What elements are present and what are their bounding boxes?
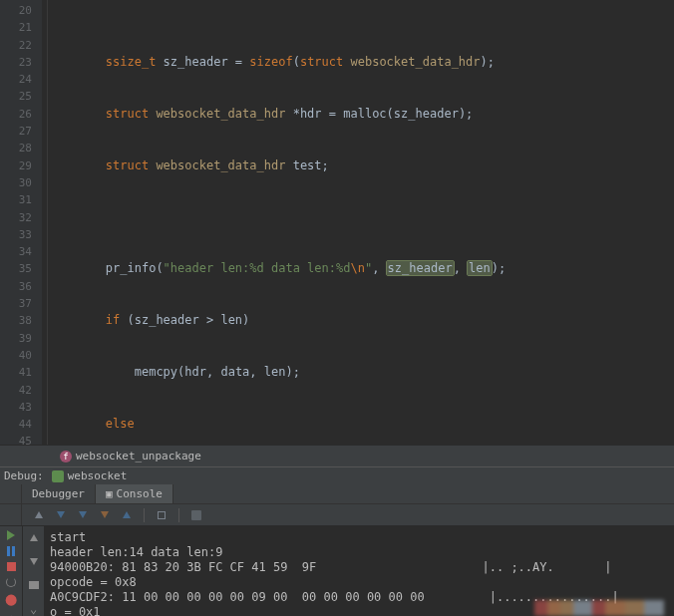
code-line: ssize_t sz_header = sizeof(struct websoc… (48, 54, 674, 71)
print-icon[interactable] (27, 578, 41, 592)
breadcrumb[interactable]: f websocket_unpackage (0, 445, 674, 466)
view-breakpoints-icon[interactable]: ⬤ (4, 593, 18, 606)
debug-label: Debug: (4, 469, 44, 482)
settings-icon[interactable]: ⚙ (4, 612, 18, 616)
console-line: start (50, 530, 668, 545)
resume-icon[interactable] (4, 530, 18, 540)
stop-icon[interactable] (4, 562, 18, 571)
evaluate-expression-icon[interactable] (189, 508, 203, 522)
pixelated-overlay (534, 600, 664, 616)
tool-gutter (0, 484, 22, 503)
scroll-to-end-icon[interactable] (27, 554, 41, 568)
step-into-icon[interactable] (76, 508, 90, 522)
separator-icon (144, 508, 145, 522)
code-line (48, 209, 674, 226)
debug-toolwindow-header: Debug: websocket (0, 466, 674, 484)
scroll-to-top-icon[interactable] (27, 530, 41, 544)
code-line: struct websocket_data_hdr test; (48, 157, 674, 174)
console-line: header len:14 data len:9 (50, 545, 668, 560)
debug-stepping-toolbar (0, 504, 674, 526)
code-editor[interactable]: 20 21 22 23 24 25 26 27 28 29 30 31 32 3… (0, 0, 674, 445)
tab-console[interactable]: ▣ Console (96, 484, 173, 503)
code-area[interactable]: ssize_t sz_header = sizeof(struct websoc… (42, 0, 674, 445)
step-over-icon[interactable] (54, 508, 68, 522)
line-number-gutter: 20 21 22 23 24 25 26 27 28 29 30 31 32 3… (0, 0, 42, 445)
debug-run-controls: ⬤ ⚙ (0, 526, 22, 616)
console-line: 94000B20: 81 83 20 3B FC CF 41 59 9F |..… (50, 560, 668, 575)
tool-gutter (0, 504, 22, 525)
code-line: if (sz_header > len) (48, 312, 674, 329)
show-execution-point-icon[interactable] (32, 508, 46, 522)
breadcrumb-label: websocket_unpackage (76, 450, 201, 462)
rerun-icon[interactable] (4, 577, 18, 587)
code-line: struct websocket_data_hdr *hdr = malloc(… (48, 106, 674, 123)
console-line: opcode = 0x8 (50, 575, 668, 590)
step-out-icon[interactable] (120, 508, 134, 522)
separator-icon (178, 508, 179, 522)
code-line: memcpy(hdr, data, len); (48, 364, 674, 381)
code-line: else (48, 416, 674, 433)
console-icon: ▣ (106, 487, 113, 500)
bug-icon (52, 470, 64, 482)
debug-config-name[interactable]: websocket (68, 469, 128, 482)
code-line: pr_info("header len:%d data len:%d\n", s… (48, 260, 674, 277)
pause-icon[interactable] (4, 546, 18, 556)
force-step-into-icon[interactable] (98, 508, 112, 522)
tab-debugger[interactable]: Debugger (22, 484, 96, 503)
indent-guide (47, 0, 48, 445)
function-icon: f (60, 451, 72, 462)
clear-all-icon[interactable]: ⌄ (27, 602, 41, 616)
run-to-cursor-icon[interactable] (155, 508, 168, 522)
debug-tabs: Debugger ▣ Console (0, 484, 674, 504)
console-side-controls: ⌄ (22, 526, 44, 616)
